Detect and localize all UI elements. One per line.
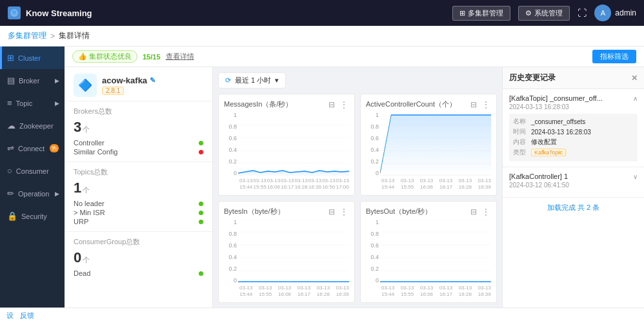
topbar-brand: Know Streaming bbox=[8, 6, 92, 19]
breadcrumb-parent[interactable]: 多集群管理 bbox=[8, 30, 46, 41]
history-item-title: [KafkaTopic] _consumer_off... ∧ bbox=[509, 94, 638, 102]
charts-area: ⟳ 最近 1 小时 ▾ MessagesIn（条/秒） ⊟ ⋮ bbox=[213, 67, 502, 307]
sidebar-item-cluster[interactable]: ⊞ Cluster bbox=[0, 47, 65, 69]
expand-icon: ▶ bbox=[55, 78, 59, 84]
chart-title: MessagesIn（条/秒） ⊟ ⋮ bbox=[224, 99, 349, 109]
expand-chart-btn[interactable]: ⊟ bbox=[469, 207, 478, 216]
user-menu[interactable]: A admin bbox=[594, 5, 636, 21]
footer: 设 反馈 bbox=[0, 307, 644, 323]
cluster-header: 🔷 acow-kafka ✎ 2.8.1 bbox=[65, 67, 212, 101]
more-chart-btn[interactable]: ⋮ bbox=[339, 100, 349, 109]
dropdown-icon: ▾ bbox=[275, 76, 279, 85]
history-panel-header: 历史变更记录 ✕ bbox=[503, 67, 644, 89]
breadcrumb-separator: > bbox=[50, 32, 55, 41]
brokers-stat-block: Brokers总数 3 个 Controller Similar Config bbox=[65, 101, 212, 162]
chart-svg bbox=[238, 219, 349, 284]
topbar-actions: ⊞ 多集群管理 ⚙ 系统管理 ⛶ A admin bbox=[452, 5, 636, 21]
chart-actions: ⊟ ⋮ bbox=[327, 100, 349, 109]
history-type-badge: KafkaTopic bbox=[531, 149, 566, 156]
breadcrumb-current: 集群详情 bbox=[59, 30, 90, 41]
main-layout: ⊞ Cluster ▤ Broker ▶ ≡ Topic ▶ ☁ Zookeep… bbox=[0, 47, 644, 307]
status-dot-green bbox=[199, 141, 203, 145]
expand-chart-btn[interactable]: ⊟ bbox=[327, 100, 336, 109]
history-detail-box: 名称 _consumer_offsets 时间 2024-03-13 16:28… bbox=[509, 114, 638, 162]
history-item-date: 2024-03-12 06:41:50 bbox=[509, 182, 638, 189]
connect-nav-icon: ⇌ bbox=[7, 143, 14, 153]
indicator-filter-btn[interactable]: 指标筛选 bbox=[592, 50, 636, 63]
expand-chart-btn[interactable]: ⊟ bbox=[469, 100, 478, 109]
mid-section: 🔷 acow-kafka ✎ 2.8.1 Brokers总数 bbox=[65, 67, 644, 307]
chart-title: BytesOut（byte/秒） ⊟ ⋮ bbox=[366, 207, 491, 216]
chart-actions: ⊟ ⋮ bbox=[469, 207, 491, 216]
consumer-title: ConsumerGroup总数 bbox=[74, 237, 203, 247]
expand-icon: ▶ bbox=[55, 191, 59, 197]
sidebar-item-topic[interactable]: ≡ Topic ▶ bbox=[0, 92, 65, 114]
cluster-version: 2.8.1 bbox=[102, 87, 124, 95]
time-selector[interactable]: ⟳ 最近 1 小时 ▾ bbox=[218, 72, 286, 89]
sidebar-item-security[interactable]: 🔒 Security bbox=[0, 205, 65, 227]
operation-nav-icon: ✏ bbox=[7, 189, 14, 198]
more-chart-btn[interactable]: ⋮ bbox=[481, 100, 491, 109]
more-chart-btn[interactable]: ⋮ bbox=[339, 207, 349, 216]
consumer-stat-block: ConsumerGroup总数 0 个 Dead bbox=[65, 231, 212, 283]
security-nav-icon: 🔒 bbox=[7, 211, 17, 221]
health-badge: 👍 集群状态优良 bbox=[72, 50, 137, 63]
app-logo bbox=[8, 6, 21, 19]
history-detail-row: 时间 2024-03-13 16:28:03 bbox=[513, 127, 634, 136]
footer-settings[interactable]: 设 bbox=[6, 311, 14, 320]
topics-details: No leader > Min ISR URP bbox=[74, 199, 203, 226]
multi-cluster-btn[interactable]: ⊞ 多集群管理 bbox=[452, 6, 510, 21]
chart-title: ActiveControllerCount（个） ⊟ ⋮ bbox=[366, 99, 491, 109]
cluster-info-bar: 👍 集群状态优良 15/15 查看详情 指标筛选 bbox=[65, 47, 644, 67]
status-dot bbox=[199, 220, 203, 224]
sidebar-item-consumer[interactable]: ○ Consumer bbox=[0, 160, 65, 182]
more-chart-btn[interactable]: ⋮ bbox=[481, 207, 491, 216]
sys-manage-btn[interactable]: ⚙ 系统管理 bbox=[518, 6, 570, 21]
sidebar-label-operation: Operation bbox=[18, 190, 49, 198]
topic-nav-icon: ≡ bbox=[7, 98, 12, 108]
username: admin bbox=[615, 8, 636, 17]
history-detail-row: 名称 _consumer_offsets bbox=[513, 117, 634, 126]
avatar: A bbox=[594, 5, 611, 21]
chart-svg bbox=[380, 219, 491, 284]
chart-title: BytesIn（byte/秒） ⊟ ⋮ bbox=[224, 207, 349, 216]
content-area: 👍 集群状态优良 15/15 查看详情 指标筛选 🔷 acow-kafka ✎ bbox=[65, 47, 644, 307]
fullscreen-icon[interactable]: ⛶ bbox=[578, 8, 587, 18]
sidebar-item-operation[interactable]: ✏ Operation ▶ bbox=[0, 182, 65, 205]
left-panel: 🔷 acow-kafka ✎ 2.8.1 Brokers总数 bbox=[65, 67, 213, 307]
chart-grid: MessagesIn（条/秒） ⊟ ⋮ 1 0.8 0.6 0.4 bbox=[218, 94, 497, 307]
history-detail-row: 类型 KafkaTopic bbox=[513, 148, 634, 157]
status-dot-red bbox=[199, 150, 203, 154]
brokers-count: 3 个 bbox=[74, 119, 203, 136]
zookeeper-nav-icon: ☁ bbox=[7, 121, 15, 130]
cluster-name-row: acow-kafka ✎ bbox=[102, 76, 156, 85]
sidebar-label-consumer: Consumer bbox=[16, 167, 49, 175]
sidebar-item-broker[interactable]: ▤ Broker ▶ bbox=[0, 69, 65, 92]
status-dot bbox=[199, 202, 203, 206]
cluster-icon: ⊞ bbox=[459, 9, 465, 17]
load-more-btn[interactable]: 加载完成 共 2 条 bbox=[503, 198, 644, 218]
history-item[interactable]: [KafkaController] 1 ∨ 2024-03-12 06:41:5… bbox=[503, 167, 644, 198]
connect-badge: 热 bbox=[50, 144, 59, 152]
expand-icon: ∧ bbox=[633, 95, 638, 102]
history-item-date: 2024-03-13 16:28:03 bbox=[509, 103, 638, 110]
overview-link[interactable]: 查看详情 bbox=[166, 52, 194, 61]
stat-row: URP bbox=[74, 217, 203, 226]
history-close-btn[interactable]: ✕ bbox=[631, 74, 638, 83]
broker-nav-icon: ▤ bbox=[7, 76, 15, 85]
sidebar-item-zookeeper[interactable]: ☁ Zookeeper bbox=[0, 114, 65, 137]
footer-feedback[interactable]: 反馈 bbox=[20, 311, 34, 320]
expand-chart-btn[interactable]: ⊟ bbox=[327, 207, 336, 216]
sys-icon: ⚙ bbox=[525, 9, 532, 17]
x-axis-labels: 03-1315:44 03-1315:55 03-1316:06 03-1316… bbox=[224, 178, 349, 190]
breadcrumb: 多集群管理 > 集群详情 bbox=[0, 26, 644, 47]
history-panel: 历史变更记录 ✕ [KafkaTopic] _consumer_off... ∧… bbox=[502, 67, 644, 307]
brokers-title: Brokers总数 bbox=[74, 107, 203, 116]
sidebar-label-broker: Broker bbox=[19, 77, 39, 85]
sidebar-item-connect[interactable]: ⇌ Connect 热 bbox=[0, 137, 65, 160]
edit-icon[interactable]: ✎ bbox=[150, 76, 156, 85]
history-item[interactable]: [KafkaTopic] _consumer_off... ∧ 2024-03-… bbox=[503, 89, 644, 167]
cluster-nav-icon: ⊞ bbox=[7, 53, 14, 63]
consumer-nav-icon: ○ bbox=[7, 166, 12, 176]
cluster-logo-icon: 🔷 bbox=[74, 74, 97, 97]
